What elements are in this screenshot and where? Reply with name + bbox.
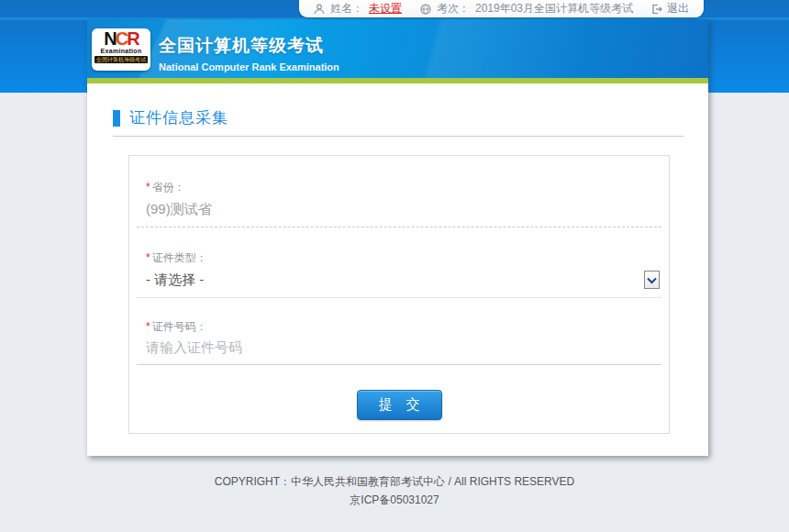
user-info-bar: 姓名： 未设置 考次： 2019年03月全国计算机等级考试 退出 (299, 0, 704, 17)
page-footer: COPYRIGHT：中华人民共和国教育部考试中心 / All RIGHTS RE… (0, 472, 789, 509)
page-title: 证件信息采集 (129, 107, 228, 128)
section-underline (113, 136, 683, 137)
site-title: 全国计算机等级考试 (159, 34, 339, 58)
header-banner: NCR Examination 全国计算机等级考试 全国计算机等级考试 Nati… (87, 19, 708, 78)
province-label: *省份： (146, 180, 660, 195)
id-number-field: *证件号码： (137, 319, 661, 365)
logo-subtext: Examination (92, 48, 150, 55)
session-label: 考次： (437, 1, 470, 17)
certificate-form: *省份： (99)测试省 *证件类型： - 请选择 - *证件号码： 提 交 (128, 155, 670, 434)
logo-acronym: NCR (92, 29, 150, 48)
province-field: *省份： (99)测试省 (137, 180, 661, 227)
session-value: 2019年03月全国计算机等级考试 (475, 1, 633, 17)
green-divider-stripe (87, 78, 708, 83)
required-marker: * (146, 320, 150, 333)
name-label: 姓名： (330, 1, 363, 17)
logout-button[interactable]: 退出 (651, 1, 689, 17)
logo-strip-text: 全国计算机等级考试 (94, 56, 148, 63)
ncre-logo: NCR Examination 全国计算机等级考试 (92, 28, 150, 71)
chevron-down-icon (647, 272, 657, 288)
required-marker: * (146, 181, 150, 194)
section-bullet (113, 110, 120, 127)
id-type-label: *证件类型： (146, 250, 660, 266)
province-value: (99)测试省 (146, 201, 660, 218)
user-icon (314, 4, 325, 15)
logout-label[interactable]: 退出 (667, 1, 689, 17)
logout-icon (651, 4, 662, 15)
id-type-select-dropdown[interactable] (644, 271, 660, 289)
id-type-select-value[interactable]: - 请选择 - (146, 272, 644, 289)
id-number-input[interactable] (146, 339, 660, 355)
globe-icon (420, 4, 431, 15)
site-subtitle: National Computer Rank Examination (159, 61, 339, 72)
copyright-text: COPYRIGHT：中华人民共和国教育部考试中心 / All RIGHTS RE… (0, 472, 789, 491)
main-panel: NCR Examination 全国计算机等级考试 全国计算机等级考试 Nati… (87, 19, 708, 456)
required-marker: * (146, 251, 150, 264)
id-number-label: *证件号码： (146, 319, 660, 335)
id-type-field: *证件类型： - 请选择 - (137, 250, 661, 298)
icp-number: 京ICP备05031027 (0, 491, 789, 509)
submit-button[interactable]: 提 交 (357, 390, 442, 420)
name-value-link[interactable]: 未设置 (369, 1, 402, 17)
